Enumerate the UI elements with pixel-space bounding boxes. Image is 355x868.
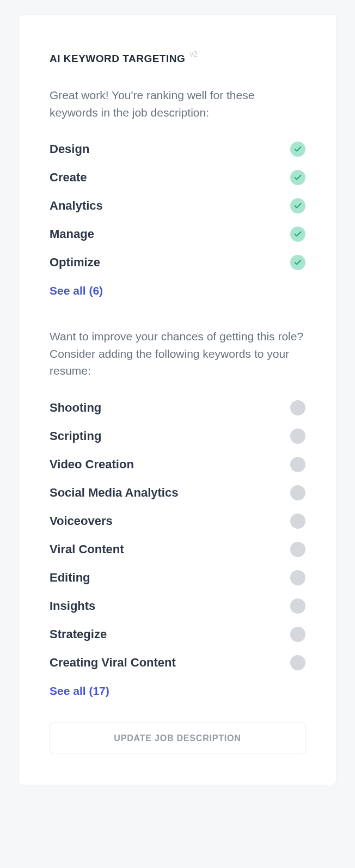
suggested-keyword-list: Shooting Scripting Video Creation Social… xyxy=(50,398,305,673)
update-job-description-button[interactable]: UPDATE JOB DESCRIPTION xyxy=(50,723,305,754)
check-icon xyxy=(290,170,305,185)
dot-icon xyxy=(290,598,305,614)
keyword-row: Creating Viral Content xyxy=(50,653,305,673)
keyword-row: Shooting xyxy=(50,398,305,418)
card-header: AI KEYWORD TARGETING v2 xyxy=(50,53,305,65)
keyword-label: Viral Content xyxy=(50,542,124,557)
check-icon xyxy=(290,255,305,270)
keyword-row: Strategize xyxy=(50,625,305,644)
keyword-label: Editing xyxy=(50,571,90,585)
keyword-row: Editing xyxy=(50,568,305,588)
keyword-row: Insights xyxy=(50,596,305,616)
ranking-intro: Great work! You're ranking well for thes… xyxy=(50,87,305,121)
check-icon xyxy=(290,198,305,213)
check-icon xyxy=(290,227,305,242)
ranking-keyword-list: Design Create Analytics Manage Optimize xyxy=(50,139,305,272)
keyword-row: Analytics xyxy=(50,196,305,216)
keyword-label: Manage xyxy=(50,227,94,241)
suggested-intro: Want to improve your chances of getting … xyxy=(50,328,305,380)
keyword-row: Viral Content xyxy=(50,540,305,559)
keyword-row: Design xyxy=(50,139,305,159)
keyword-label: Design xyxy=(50,142,89,156)
dot-icon xyxy=(290,429,305,444)
keyword-row: Manage xyxy=(50,224,305,244)
version-badge: v2 xyxy=(189,50,198,58)
dot-icon xyxy=(290,514,305,529)
keyword-label: Video Creation xyxy=(50,457,134,472)
see-all-suggested-link[interactable]: See all (17) xyxy=(50,684,109,698)
keyword-label: Creating Viral Content xyxy=(50,656,176,670)
dot-icon xyxy=(290,400,305,415)
card-title: AI KEYWORD TARGETING xyxy=(50,53,185,65)
dot-icon xyxy=(290,655,305,670)
keyword-row: Video Creation xyxy=(50,455,305,474)
keyword-row: Social Media Analytics xyxy=(50,483,305,503)
dot-icon xyxy=(290,570,305,585)
keyword-label: Optimize xyxy=(50,255,100,270)
keyword-label: Analytics xyxy=(50,199,103,213)
keyword-label: Strategize xyxy=(50,627,107,641)
check-icon xyxy=(290,142,305,157)
keyword-row: Scripting xyxy=(50,426,305,446)
keyword-label: Voiceovers xyxy=(50,514,113,528)
keyword-label: Social Media Analytics xyxy=(50,486,178,500)
keyword-row: Create xyxy=(50,168,305,187)
dot-icon xyxy=(290,457,305,472)
keyword-targeting-card: AI KEYWORD TARGETING v2 Great work! You'… xyxy=(19,14,336,785)
dot-icon xyxy=(290,485,305,500)
keyword-label: Scripting xyxy=(50,429,101,443)
keyword-label: Insights xyxy=(50,599,95,613)
dot-icon xyxy=(290,542,305,557)
keyword-label: Shooting xyxy=(50,401,101,415)
see-all-ranking-link[interactable]: See all (6) xyxy=(50,284,103,297)
dot-icon xyxy=(290,627,305,642)
keyword-row: Optimize xyxy=(50,253,305,272)
keyword-label: Create xyxy=(50,170,87,185)
keyword-row: Voiceovers xyxy=(50,511,305,531)
